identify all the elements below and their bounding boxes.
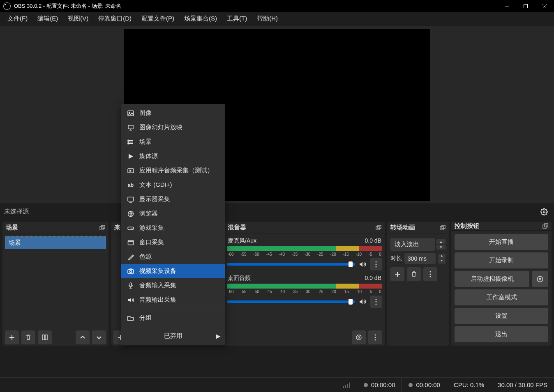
- spk-icon: [127, 297, 134, 303]
- mixer-options-button[interactable]: [370, 296, 382, 308]
- ctx-item-text[interactable]: ab文本 (GDI+): [121, 178, 225, 192]
- close-button[interactable]: [535, 0, 554, 12]
- meter-ticks: -60-55-50-45-40-35-30-25-20-15-10-50: [227, 252, 382, 257]
- ctx-item-image[interactable]: 图像: [121, 106, 225, 120]
- mixer-ch-level: 0.0 dB: [365, 275, 381, 282]
- window-title: OBS 30.0.2 - 配置文件: 未命名 - 场景: 未命名: [14, 2, 497, 10]
- ctx-item-display[interactable]: 显示器采集: [121, 192, 225, 206]
- camera-icon: [127, 268, 134, 275]
- dock-popout-icon[interactable]: [542, 223, 548, 229]
- start-streaming-button[interactable]: 开始直播: [455, 234, 548, 250]
- transition-select[interactable]: 淡入淡出: [390, 238, 435, 251]
- ctx-item-play[interactable]: 媒体源: [121, 149, 225, 163]
- ctx-item-window[interactable]: 窗口采集: [121, 235, 225, 250]
- scene-filter-button[interactable]: [38, 330, 52, 344]
- dock-popout-icon[interactable]: [99, 225, 105, 231]
- menu-scenes[interactable]: 场景集合(S): [179, 12, 222, 25]
- svg-point-28: [539, 278, 541, 280]
- start-vcam-button[interactable]: 启动虚拟摄像机: [455, 271, 529, 287]
- mixer-ch-level: 0.0 dB: [365, 237, 381, 245]
- svg-point-39: [132, 228, 132, 229]
- start-recording-button[interactable]: 开始录制: [455, 252, 548, 268]
- svg-point-43: [130, 271, 132, 273]
- studio-mode-button[interactable]: 工作室模式: [455, 289, 548, 305]
- ctx-item-label: 色源: [139, 253, 152, 261]
- ctx-item-camera[interactable]: 视频采集设备: [121, 264, 225, 278]
- volume-slider[interactable]: [227, 300, 355, 303]
- ctx-item-scene[interactable]: 场景: [121, 135, 225, 149]
- ctx-item-deprecated[interactable]: 已弃用▶: [121, 329, 225, 343]
- settings-button[interactable]: 设置: [455, 308, 548, 324]
- ctx-item-group[interactable]: 分组: [121, 311, 225, 325]
- obs-logo-icon: [3, 2, 11, 10]
- live-dot-icon: [364, 383, 368, 387]
- svg-point-24: [430, 274, 431, 275]
- scene-remove-button[interactable]: [21, 330, 35, 344]
- scene-up-button[interactable]: [76, 330, 90, 344]
- volume-slider[interactable]: [227, 263, 355, 266]
- ctx-item-browser[interactable]: 浏览器: [121, 206, 225, 221]
- mixer-options-button[interactable]: [370, 258, 382, 271]
- ctx-item-mic[interactable]: 音频输入采集: [121, 278, 225, 293]
- mixer-menu-button[interactable]: [368, 330, 382, 344]
- transition-add-button[interactable]: [390, 267, 404, 281]
- ctx-item-appaudio[interactable]: 应用程序音频采集（测试）: [121, 163, 225, 178]
- menu-help[interactable]: 帮助(H): [252, 12, 283, 25]
- transition-spin[interactable]: ▲▼: [436, 239, 446, 250]
- scene-down-button[interactable]: [92, 330, 106, 344]
- transitions-title: 转场动画: [390, 224, 415, 232]
- separator: [121, 327, 225, 327]
- minimize-button[interactable]: [497, 0, 516, 12]
- svg-point-14: [376, 301, 377, 303]
- browser-icon: [127, 211, 134, 217]
- ctx-item-spk[interactable]: 音频输出采集: [121, 293, 225, 307]
- transition-props-button[interactable]: [423, 267, 437, 281]
- maximize-button[interactable]: [516, 0, 535, 12]
- svg-rect-32: [128, 125, 133, 129]
- transition-remove-button[interactable]: [407, 267, 421, 281]
- ctx-item-label: 音频输入采集: [139, 282, 176, 289]
- live-timer: 00:00:00: [357, 378, 402, 392]
- svg-rect-41: [128, 240, 134, 245]
- exit-button[interactable]: 退出: [455, 326, 548, 342]
- source-properties-button[interactable]: [538, 206, 550, 218]
- dock-popout-icon[interactable]: [376, 225, 381, 231]
- svg-point-16: [358, 337, 360, 338]
- ctx-item-gamepad[interactable]: 游戏采集: [121, 221, 225, 235]
- cpu-stat: CPU: 0.1%: [447, 378, 491, 392]
- mixer-title: 混音器: [228, 224, 246, 232]
- scenes-dock: 场景 场景: [2, 222, 108, 346]
- ctx-item-color[interactable]: 色源: [121, 250, 225, 264]
- menu-view[interactable]: 视图(V): [63, 12, 93, 25]
- scene-add-button[interactable]: [5, 330, 19, 344]
- duration-input[interactable]: 300 ms: [404, 253, 436, 264]
- svg-point-29: [537, 276, 543, 282]
- menu-edit[interactable]: 编辑(E): [32, 12, 63, 25]
- controls-title: 控制按钮: [455, 222, 479, 230]
- ctx-item-label: 音频输出采集: [139, 296, 176, 304]
- menu-docks[interactable]: 停靠窗口(D): [93, 12, 136, 25]
- ctx-item-label: 图像幻灯片放映: [139, 124, 182, 131]
- mute-button[interactable]: [358, 259, 367, 269]
- ctx-item-slideshow[interactable]: 图像幻灯片放映: [121, 120, 225, 135]
- duration-spin[interactable]: ▲▼: [438, 254, 446, 264]
- scene-item[interactable]: 场景: [5, 236, 106, 249]
- mute-button[interactable]: [358, 297, 367, 307]
- ctx-item-label: 应用程序音频采集（测试）: [139, 167, 213, 174]
- menu-tools[interactable]: 工具(T): [222, 12, 252, 25]
- svg-point-12: [376, 266, 377, 268]
- text-icon: ab: [127, 182, 134, 188]
- mixer-advanced-button[interactable]: [352, 330, 366, 344]
- mixer-ch-name: 麦克风/Aux: [228, 237, 256, 245]
- vcam-settings-button[interactable]: [532, 271, 548, 287]
- menu-file[interactable]: 文件(F): [2, 12, 32, 25]
- color-icon: [127, 254, 134, 260]
- source-toolbar: 未选择源: [0, 204, 554, 219]
- ctx-item-label: 分组: [139, 314, 152, 322]
- menu-profile[interactable]: 配置文件(P): [136, 12, 179, 25]
- separator: [121, 309, 225, 309]
- svg-point-25: [430, 276, 431, 277]
- audio-meter: [227, 246, 382, 251]
- rec-dot-icon: [409, 383, 413, 387]
- dock-popout-icon[interactable]: [440, 225, 446, 231]
